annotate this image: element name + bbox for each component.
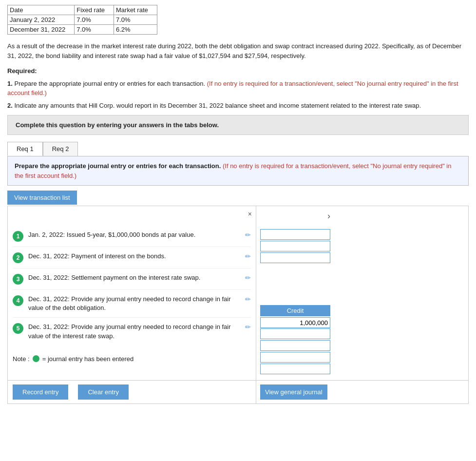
bottom-row: Record entry Clear entry View general jo…: [8, 380, 468, 403]
rate-cell: 7.0%: [75, 15, 114, 25]
right-panel: › Credit: [256, 206, 334, 380]
transaction-number: 2: [13, 252, 23, 263]
transaction-number: 3: [13, 274, 23, 285]
transaction-number: 4: [13, 295, 23, 306]
panel-row: × 1Jan. 2, 2022: Issued 5-year, $1,000,0…: [8, 206, 468, 380]
transaction-item[interactable]: 1Jan. 2, 2022: Issued 5-year, $1,000,000…: [13, 226, 251, 247]
credit-empty-2[interactable]: [260, 340, 330, 351]
record-entry-button[interactable]: Record entry: [13, 384, 68, 400]
transaction-item[interactable]: 3Dec. 31, 2022: Settlement payment on th…: [13, 269, 251, 290]
transaction-list: 1Jan. 2, 2022: Issued 5-year, $1,000,000…: [8, 221, 256, 350]
credit-value-input[interactable]: [260, 317, 330, 328]
transaction-number: 1: [13, 231, 23, 242]
view-general-journal-button[interactable]: View general journal: [260, 384, 327, 400]
pencil-icon[interactable]: ✏: [245, 323, 251, 331]
col-market-rate: Market rate: [114, 5, 157, 15]
required-section: Required: 1. Prepare the appropriate jou…: [7, 66, 469, 110]
credit-section: Credit: [260, 305, 330, 375]
main-panel-wrapper: × 1Jan. 2, 2022: Issued 5-year, $1,000,0…: [7, 206, 469, 404]
bottom-left-section: Record entry Clear entry: [8, 381, 256, 403]
tab-req1[interactable]: Req 1: [7, 142, 43, 156]
credit-empty-1[interactable]: [260, 328, 330, 339]
body-paragraph: As a result of the decrease in the marke…: [7, 41, 469, 60]
view-transaction-button[interactable]: View transaction list: [7, 191, 77, 205]
clear-entry-button[interactable]: Clear entry: [78, 384, 129, 400]
pencil-icon[interactable]: ✏: [245, 231, 251, 239]
transaction-text: Dec. 31, 2022: Settlement payment on the…: [28, 273, 241, 282]
rate-cell: 7.0%: [75, 25, 114, 35]
transaction-item[interactable]: 2Dec. 31, 2022: Payment of interest on t…: [13, 247, 251, 269]
complete-question-box: Complete this question by entering your …: [7, 115, 469, 135]
req1-main-text: Prepare the appropriate journal entry or…: [14, 80, 205, 87]
bottom-right-section: View general journal: [256, 381, 468, 403]
note-circle-icon: [33, 355, 39, 362]
rate-cell: January 2, 2022: [8, 15, 75, 25]
transaction-text: Dec. 31, 2022: Provide any journal entry…: [28, 295, 241, 312]
chevron-right-icon[interactable]: ›: [327, 211, 330, 221]
transaction-text: Dec. 31, 2022: Provide any journal entry…: [28, 323, 241, 340]
note-row: Note : = journal entry has been entered: [8, 350, 256, 367]
complete-box-text: Complete this question by entering your …: [16, 121, 219, 129]
right-input-2[interactable]: [260, 241, 330, 251]
tab-req2[interactable]: Req 2: [43, 142, 78, 156]
close-button[interactable]: ×: [248, 210, 252, 218]
pencil-icon[interactable]: ✏: [245, 252, 251, 260]
transaction-text: Dec. 31, 2022: Payment of interest on th…: [28, 252, 241, 261]
note-prefix: Note :: [13, 355, 30, 363]
note-text: = journal entry has been entered: [42, 355, 134, 363]
credit-header: Credit: [260, 305, 330, 316]
right-input-1[interactable]: [260, 229, 330, 240]
tabs-container: Req 1 Req 2: [7, 142, 469, 156]
req1-number: 1.: [7, 80, 13, 87]
rate-cell: 7.0%: [114, 15, 157, 25]
col-date: Date: [8, 5, 75, 15]
tab-content: Prepare the appropriate journal entry or…: [7, 156, 469, 186]
tab-content-main: Prepare the appropriate journal entry or…: [15, 162, 221, 170]
transaction-item[interactable]: 4Dec. 31, 2022: Provide any journal entr…: [13, 290, 251, 318]
right-input-3[interactable]: [260, 252, 330, 263]
transaction-number: 5: [13, 323, 23, 334]
col-fixed-rate: Fixed rate: [75, 5, 114, 15]
req2-number: 2.: [7, 102, 13, 109]
pencil-icon[interactable]: ✏: [245, 295, 251, 303]
req2-main-text: Indicate any amounts that Hill Corp. wou…: [14, 102, 421, 109]
credit-empty-3[interactable]: [260, 352, 330, 363]
credit-empty-4[interactable]: [260, 364, 330, 374]
rate-cell: December 31, 2022: [8, 25, 75, 35]
pencil-icon[interactable]: ✏: [245, 274, 251, 282]
rate-cell: 6.2%: [114, 25, 157, 35]
rate-table: Date Fixed rate Market rate January 2, 2…: [7, 5, 157, 35]
left-panel: × 1Jan. 2, 2022: Issued 5-year, $1,000,0…: [8, 206, 256, 380]
required-label: Required:: [7, 67, 37, 75]
transaction-text: Jan. 2, 2022: Issued 5-year, $1,000,000 …: [28, 230, 241, 239]
transaction-item[interactable]: 5Dec. 31, 2022: Provide any journal entr…: [13, 318, 251, 345]
